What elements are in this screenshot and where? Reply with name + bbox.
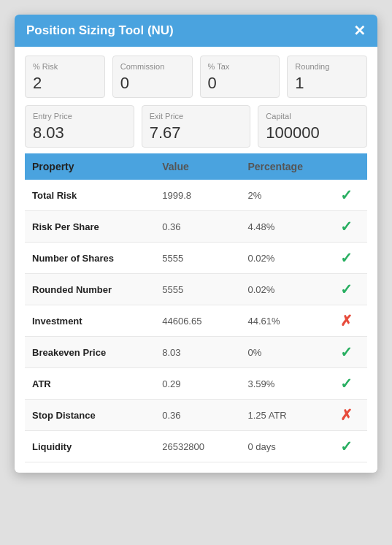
value-cell: 0.29: [155, 368, 240, 400]
table-row: Risk Per Share 0.36 4.48% ✓: [25, 211, 367, 243]
value-cell: 5555: [155, 274, 240, 305]
input-value: 0: [120, 74, 185, 93]
inputs-section: % Risk 2Commission 0% Tax 0Rounding 1 En…: [15, 47, 377, 153]
value-cell: 8.03: [155, 337, 240, 368]
percentage-cell: 0.02%: [240, 243, 326, 274]
input-box-%-tax[interactable]: % Tax 0: [200, 56, 280, 98]
status-cell: ✓: [326, 368, 367, 400]
input-value: 0: [208, 74, 272, 93]
window-title: Position Sizing Tool (NU): [26, 23, 174, 38]
table-row: Breakeven Price 8.03 0% ✓: [25, 337, 367, 368]
check-icon: ✓: [340, 376, 353, 392]
input-box-entry-price[interactable]: Entry Price 8.03: [25, 105, 134, 148]
input-label: Exit Price: [150, 112, 243, 121]
percentage-cell: 4.48%: [240, 211, 326, 243]
value-cell: 1999.8: [155, 180, 240, 211]
table-row: Total Risk 1999.8 2% ✓: [25, 180, 367, 211]
input-box-rounding[interactable]: Rounding 1: [287, 56, 367, 98]
cross-icon: ✗: [340, 407, 353, 423]
status-cell: ✓: [326, 431, 367, 462]
input-value: 100000: [266, 123, 359, 142]
property-cell: Total Risk: [25, 180, 155, 211]
property-cell: Number of Shares: [25, 243, 155, 274]
status-cell: ✗: [326, 400, 367, 431]
input-box-exit-price[interactable]: Exit Price 7.67: [142, 105, 251, 148]
property-cell: Breakeven Price: [25, 337, 155, 368]
percentage-cell: 44.61%: [240, 305, 326, 337]
input-label: Commission: [120, 62, 185, 71]
property-cell: Liquidity: [25, 431, 155, 462]
col-header-value: Value: [155, 153, 240, 180]
table-row: Number of Shares 5555 0.02% ✓: [25, 243, 367, 274]
table-row: Investment 44606.65 44.61% ✗: [25, 305, 367, 337]
input-value: 7.67: [150, 123, 243, 142]
tool-window: Position Sizing Tool (NU) ✕ % Risk 2Comm…: [15, 15, 377, 473]
percentage-cell: 0.02%: [240, 274, 326, 305]
title-bar: Position Sizing Tool (NU) ✕: [15, 15, 377, 47]
table-row: Rounded Number 5555 0.02% ✓: [25, 274, 367, 305]
col-header-property: Property: [25, 153, 155, 180]
input-value: 2: [33, 74, 97, 93]
input-label: % Risk: [33, 62, 97, 71]
input-label: Entry Price: [33, 112, 126, 121]
col-header-status: [326, 153, 367, 180]
input-box-capital[interactable]: Capital 100000: [258, 105, 367, 148]
percentage-cell: 0%: [240, 337, 326, 368]
percentage-cell: 1.25 ATR: [240, 400, 326, 431]
table-row: ATR 0.29 3.59% ✓: [25, 368, 367, 400]
check-icon: ✓: [340, 344, 353, 360]
check-icon: ✓: [340, 250, 353, 266]
cross-icon: ✗: [340, 313, 353, 329]
percentage-cell: 0 days: [240, 431, 326, 462]
close-button[interactable]: ✕: [353, 23, 366, 38]
status-cell: ✓: [326, 211, 367, 243]
property-cell: Stop Distance: [25, 400, 155, 431]
input-label: Rounding: [295, 62, 359, 71]
property-cell: Rounded Number: [25, 274, 155, 305]
results-table: Property Value Percentage Total Risk 199…: [25, 153, 367, 462]
table-section: Property Value Percentage Total Risk 199…: [15, 153, 377, 473]
value-cell: 26532800: [155, 431, 240, 462]
percentage-cell: 2%: [240, 180, 326, 211]
col-header-percentage: Percentage: [240, 153, 326, 180]
input-label: % Tax: [208, 62, 272, 71]
input-value: 1: [295, 74, 359, 93]
check-icon: ✓: [340, 438, 353, 454]
status-cell: ✓: [326, 180, 367, 211]
percentage-cell: 3.59%: [240, 368, 326, 400]
status-cell: ✓: [326, 274, 367, 305]
table-row: Liquidity 26532800 0 days ✓: [25, 431, 367, 462]
status-cell: ✓: [326, 337, 367, 368]
input-box-commission[interactable]: Commission 0: [112, 56, 193, 98]
input-label: Capital: [266, 112, 359, 121]
value-cell: 44606.65: [155, 305, 240, 337]
property-cell: ATR: [25, 368, 155, 400]
value-cell: 0.36: [155, 211, 240, 243]
table-row: Stop Distance 0.36 1.25 ATR ✗: [25, 400, 367, 431]
inputs-row-2: Entry Price 8.03Exit Price 7.67Capital 1…: [25, 105, 367, 148]
property-cell: Investment: [25, 305, 155, 337]
input-value: 8.03: [33, 123, 126, 142]
check-icon: ✓: [340, 187, 353, 203]
value-cell: 5555: [155, 243, 240, 274]
input-box-%-risk[interactable]: % Risk 2: [25, 56, 105, 98]
check-icon: ✓: [340, 218, 353, 235]
property-cell: Risk Per Share: [25, 211, 155, 243]
value-cell: 0.36: [155, 400, 240, 431]
status-cell: ✓: [326, 243, 367, 274]
status-cell: ✗: [326, 305, 367, 337]
check-icon: ✓: [340, 281, 353, 297]
inputs-row-1: % Risk 2Commission 0% Tax 0Rounding 1: [25, 56, 367, 98]
